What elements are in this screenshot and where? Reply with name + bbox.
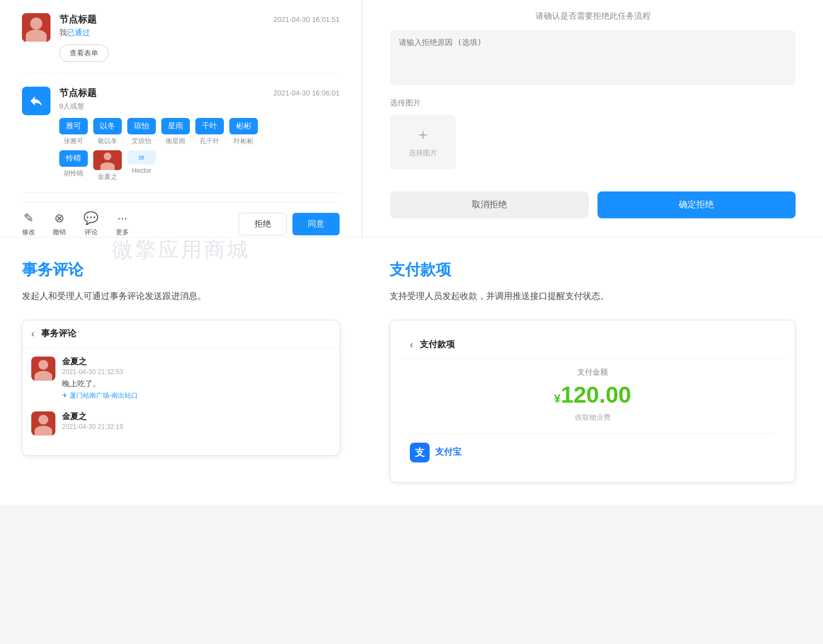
phone-header-comment: ‹ 事务评论 (22, 320, 340, 348)
signer-tag-group-8: 金夏之 (93, 150, 122, 182)
payment-phone-back-icon[interactable]: ‹ (410, 339, 413, 351)
reject-btn-row: 取消拒绝 确定拒绝 (390, 191, 796, 218)
signer-tag-lianqing: 怜晴 (59, 150, 88, 167)
comment-name-2: 金夏之 (62, 411, 331, 422)
confirm-title: 请确认是否需要拒绝此任务流程 (390, 0, 796, 21)
comment-avatar-1 (31, 357, 55, 381)
comment-icon: 💬 (83, 211, 98, 225)
node-title-row-2: 节点标题 2021-04-30 16:06:01 (59, 87, 340, 99)
more-label: 更多 (116, 228, 129, 237)
confirm-reject-button[interactable]: 确定拒绝 (597, 191, 796, 218)
signer-tag-group-4: 星雨 衡星雨 (161, 118, 190, 146)
reject-button[interactable]: 拒绝 (239, 213, 287, 235)
signer-tags-row2: 怜晴 胡怜晴 金夏之 (59, 150, 340, 182)
signer-name-xingyu: 衡星雨 (166, 137, 185, 146)
comment-label: 评论 (84, 228, 98, 237)
node-item-1: 节点标题 2021-04-30 16:01:51 我已通过 查看表单 (22, 0, 340, 74)
section-left: 事务评论 发起人和受理人可通过事务评论发送跟进消息。 ‹ 事务评论 金夏之 20… (0, 238, 362, 505)
signer-name-hector: Hector (132, 167, 151, 174)
phone-title-comment: 事务评论 (41, 328, 76, 340)
alipay-label: 支付宝 (435, 447, 461, 458)
phone-mock-comment: ‹ 事务评论 金夏之 2021-04-30 21:32:53 晚上吃了。 ✈ (22, 320, 340, 456)
comment-item-1: 金夏之 2021-04-30 21:32:53 晚上吃了。 ✈ 厦门站南广场-南… (31, 357, 331, 400)
payment-phone-header: ‹ 支付款项 (401, 331, 784, 359)
comment-text-1: 晚上吃了。 (62, 379, 331, 389)
plus-icon: + (419, 126, 427, 144)
payment-phone-body: 支付金额 ¥120.00 收取物业费 支 支付宝 (401, 359, 784, 471)
comment-item-2: 金夏之 2021-04-30 21:32:19 (31, 411, 331, 436)
node-content-1: 节点标题 2021-04-30 16:01:51 我已通过 查看表单 (59, 13, 340, 62)
edit-icon: ✎ (24, 211, 33, 225)
signer-tag-yake: 雅可 (59, 118, 88, 134)
feature-title-comment: 事务评论 (22, 259, 340, 280)
sign-count: 9人或签 (59, 101, 340, 111)
node-time-1: 2021-04-30 16:01:51 (273, 15, 340, 24)
more-icon: ··· (117, 211, 127, 225)
signer-tag-group-7: 怜晴 胡怜晴 (59, 150, 88, 182)
node-title-1: 节点标题 (59, 13, 97, 26)
signer-tag-xingyu: 星雨 (161, 118, 190, 134)
signer-tag-qiongyi: 琼怡 (127, 118, 156, 134)
bottom-row: 事务评论 发起人和受理人可通过事务评论发送跟进消息。 ‹ 事务评论 金夏之 20… (0, 237, 823, 505)
toolbar-cancel[interactable]: ⊗ 撤销 (53, 211, 66, 237)
section-right: 支付款项 支持受理人员发起收款，并调用推送接口提醒支付状态。 ‹ 支付款项 支付… (362, 238, 823, 505)
signer-tag-group-5: 千叶 孔千叶 (195, 118, 224, 146)
signer-tag-group-1: 雅可 张雅可 (59, 118, 88, 146)
reply-icon (29, 93, 44, 109)
comment-name-1: 金夏之 (62, 357, 331, 367)
location-text-1: 厦门站南广场-南出站口 (70, 391, 138, 400)
node-arrow-icon (22, 87, 50, 115)
toolbar-more[interactable]: ··· 更多 (116, 211, 129, 237)
payment-amount-value: 120.00 (561, 382, 631, 408)
payment-desc: 收取物业费 (410, 413, 775, 422)
cancel-icon: ⊗ (54, 211, 64, 225)
upload-label: 选择图片 (409, 148, 437, 158)
comment-avatar-2 (31, 411, 55, 436)
node-item-2: 节点标题 2021-04-30 16:06:01 9人或签 雅可 张雅可 以冬 … (22, 74, 340, 193)
upload-box[interactable]: + 选择图片 (390, 115, 456, 170)
payment-phone-title: 支付款项 (420, 339, 455, 351)
payment-currency: ¥ (554, 392, 561, 405)
comment-time-2: 2021-04-30 21:32:19 (62, 423, 331, 431)
signer-tag-yidong: 以冬 (93, 118, 122, 134)
signer-tag-jinxiazhi (93, 150, 122, 170)
signer-tag-group-6: 彬彬 叶彬彬 (229, 118, 258, 146)
toolbar: ✎ 修改 ⊗ 撤销 💬 评论 ··· 更多 拒绝 同意 (22, 202, 340, 237)
payment-phone-mock: ‹ 支付款项 支付金额 ¥120.00 收取物业费 支 支付宝 (390, 320, 796, 483)
feature-title-payment: 支付款项 (390, 259, 796, 280)
comment-time-1: 2021-04-30 21:32:53 (62, 368, 331, 376)
phone-back-icon[interactable]: ‹ (31, 328, 35, 340)
toolbar-actions: 拒绝 同意 (239, 213, 340, 235)
cancel-reject-button[interactable]: 取消拒绝 (390, 191, 589, 218)
right-panel: 请确认是否需要拒绝此任务流程 选传图片 + 选择图片 取消拒绝 确定拒绝 (362, 0, 823, 237)
node-content-2: 节点标题 2021-04-30 16:06:01 9人或签 雅可 张雅可 以冬 … (59, 87, 340, 182)
signer-name-qiongyi: 艾琼怡 (132, 137, 151, 146)
node-desc-1: 我已通过 (59, 28, 340, 38)
phone-body-comment: 金夏之 2021-04-30 21:32:53 晚上吃了。 ✈ 厦门站南广场-南… (22, 348, 340, 455)
signer-tag-group-9: or Hector (127, 150, 156, 182)
signer-name-qianye: 孔千叶 (200, 137, 219, 146)
signer-tag-or: or (127, 150, 156, 165)
signer-tag-group-3: 琼怡 艾琼怡 (127, 118, 156, 146)
payment-amount-display: ¥120.00 (410, 382, 775, 408)
signer-name-lianqing: 胡怜晴 (64, 169, 83, 178)
payment-amount-label: 支付金额 (410, 368, 775, 377)
signer-name-yidong: 敬以冬 (98, 137, 117, 146)
toolbar-comment[interactable]: 💬 评论 (83, 211, 98, 237)
node-avatar-1 (22, 13, 50, 42)
node-title-row-1: 节点标题 2021-04-30 16:01:51 (59, 13, 340, 26)
signer-name-jinxiazhi: 金夏之 (98, 172, 117, 182)
toolbar-edit[interactable]: ✎ 修改 (22, 211, 35, 237)
comment-content-1: 金夏之 2021-04-30 21:32:53 晚上吃了。 ✈ 厦门站南广场-南… (62, 357, 331, 400)
view-form-button[interactable]: 查看表单 (59, 44, 109, 62)
comment-content-2: 金夏之 2021-04-30 21:32:19 (62, 411, 331, 431)
alipay-icon: 支 (410, 443, 430, 462)
signer-tags: 雅可 张雅可 以冬 敬以冬 琼怡 艾琼怡 星雨 (59, 118, 340, 146)
approve-button[interactable]: 同意 (292, 213, 340, 235)
alipay-row: 支 支付宝 (410, 433, 775, 462)
node-title-2: 节点标题 (59, 87, 97, 99)
signer-tag-binbin: 彬彬 (229, 118, 258, 134)
feature-desc-comment: 发起人和受理人可通过事务评论发送跟进消息。 (22, 289, 340, 303)
comment-location-1: ✈ 厦门站南广场-南出站口 (62, 391, 331, 400)
reject-reason-input[interactable] (390, 30, 796, 85)
